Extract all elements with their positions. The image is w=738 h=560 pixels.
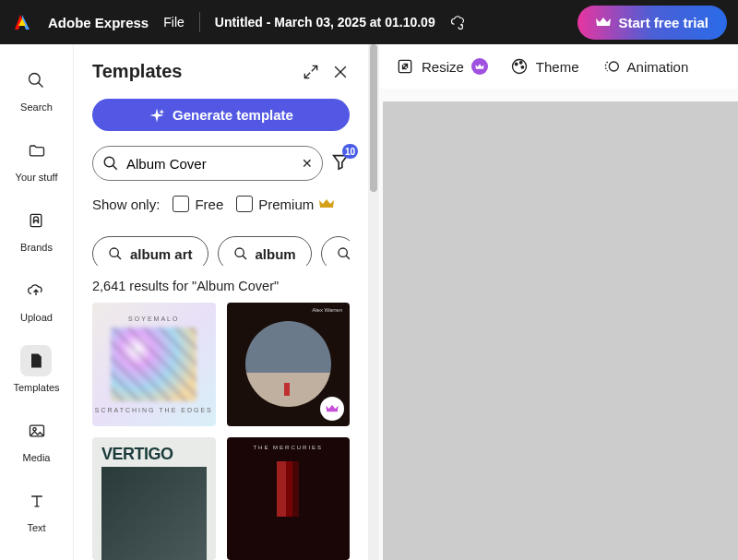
svg-point-13	[339, 248, 347, 256]
generate-template-button[interactable]: Generate template	[92, 99, 350, 131]
svg-point-4	[32, 428, 35, 431]
divider	[199, 12, 200, 32]
search-input[interactable]	[126, 156, 302, 172]
canvas-body[interactable]	[383, 101, 738, 560]
nav-upload[interactable]: Upload	[20, 271, 53, 334]
show-only-label: Show only:	[92, 197, 160, 212]
filter-count-badge: 10	[342, 144, 358, 159]
search-field-wrap[interactable]: ✕	[92, 146, 323, 181]
canvas-toolbar: Resize Theme Animation	[379, 44, 738, 89]
premium-checkbox[interactable]: Premium	[236, 196, 334, 212]
search-icon	[337, 246, 350, 261]
scroll-thumb[interactable]	[370, 44, 377, 192]
results-count-text: 2,641 results for "Album Cover"	[92, 279, 350, 293]
nav-search[interactable]: Search	[20, 61, 53, 124]
svg-line-14	[346, 256, 350, 259]
search-icon	[108, 246, 123, 261]
trial-label: Start free trial	[618, 15, 708, 30]
chip-overflow[interactable]	[321, 236, 350, 266]
upload-icon	[27, 281, 45, 300]
panel-title: Templates	[92, 61, 182, 82]
svg-point-7	[104, 157, 114, 167]
resize-button[interactable]: Resize	[396, 57, 488, 76]
cloud-sync-icon[interactable]	[450, 14, 467, 30]
crown-icon	[326, 404, 339, 413]
animation-icon	[601, 57, 620, 76]
premium-badge	[471, 58, 488, 75]
nav-media[interactable]: Media	[21, 411, 53, 474]
templates-icon	[27, 351, 45, 370]
clear-search-button[interactable]: ✕	[302, 156, 313, 171]
theme-icon	[510, 57, 529, 76]
search-icon	[27, 71, 45, 89]
svg-point-20	[609, 62, 618, 71]
file-menu[interactable]: File	[163, 15, 184, 30]
svg-line-1	[39, 83, 43, 88]
templates-panel: Templates Generate template ✕ 10 Show on…	[73, 44, 368, 560]
svg-point-9	[110, 248, 118, 256]
svg-point-18	[519, 62, 522, 65]
svg-point-16	[512, 60, 526, 74]
nav-text[interactable]: Text	[21, 482, 53, 544]
svg-line-10	[117, 256, 121, 259]
chip-album-art[interactable]: album art	[92, 236, 208, 266]
crown-icon	[596, 17, 611, 28]
template-thumb-2[interactable]: Alex Warren	[227, 303, 351, 426]
document-title[interactable]: Untitled - March 03, 2025 at 01.10.09	[215, 15, 435, 30]
svg-point-17	[515, 63, 518, 66]
theme-button[interactable]: Theme	[510, 57, 579, 76]
nav-your-stuff[interactable]: Your stuff	[16, 131, 58, 194]
brands-icon	[27, 211, 45, 230]
svg-point-19	[521, 66, 524, 69]
top-bar: Adobe Express File Untitled - March 03, …	[0, 0, 738, 44]
svg-line-8	[113, 165, 117, 170]
template-thumb-4[interactable]: THE MERCURIES	[227, 437, 351, 561]
sparkle-icon	[149, 107, 165, 124]
svg-line-12	[243, 256, 246, 259]
panel-scrollbar[interactable]	[368, 44, 379, 560]
adobe-logo-icon	[11, 11, 33, 33]
animation-button[interactable]: Animation	[601, 57, 689, 76]
expand-icon[interactable]	[302, 63, 320, 81]
free-checkbox[interactable]: Free	[173, 196, 223, 212]
resize-icon	[396, 57, 414, 76]
template-thumb-1[interactable]: SOYEMALO SCRATCHING THE EDGES	[92, 303, 216, 426]
close-icon[interactable]	[331, 63, 350, 81]
filter-button[interactable]: 10	[330, 151, 351, 175]
crown-icon	[319, 198, 334, 209]
svg-point-11	[235, 248, 244, 256]
chip-album[interactable]: album	[218, 236, 312, 266]
search-icon	[233, 246, 248, 261]
folder-icon	[28, 141, 46, 160]
media-icon	[28, 422, 46, 440]
premium-badge	[320, 397, 344, 421]
left-nav: Search Your stuff Brands Upload Template…	[0, 44, 73, 560]
nav-brands[interactable]: Brands	[20, 201, 53, 264]
svg-point-0	[30, 74, 41, 85]
text-icon	[28, 492, 46, 510]
search-icon	[102, 155, 119, 172]
start-trial-button[interactable]: Start free trial	[577, 6, 727, 40]
brand-name: Adobe Express	[48, 15, 149, 30]
nav-templates[interactable]: Templates	[13, 341, 59, 404]
canvas-area: Resize Theme Animation	[379, 44, 738, 560]
template-thumb-3[interactable]: VERTIGO	[92, 437, 216, 561]
